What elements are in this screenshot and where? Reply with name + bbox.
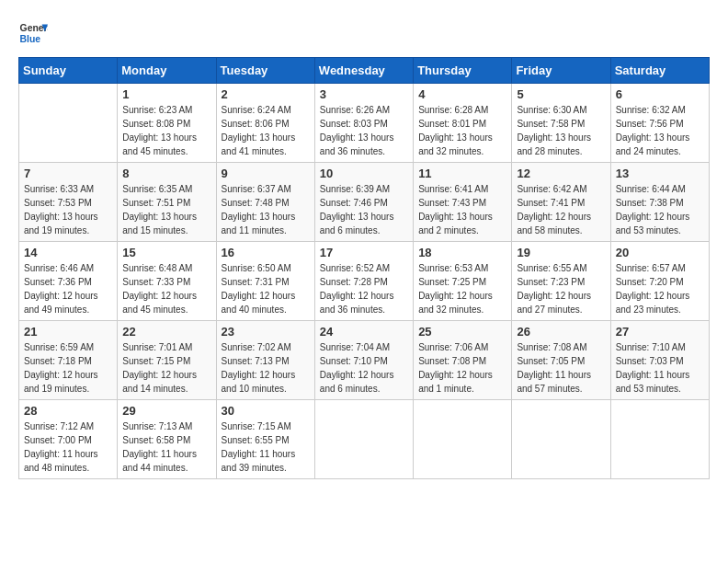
day-number: 8 — [122, 167, 210, 180]
day-header-row: SundayMondayTuesdayWednesdayThursdayFrid… — [19, 58, 710, 84]
day-number: 3 — [320, 87, 408, 101]
day-info: Sunrise: 7:13 AMSunset: 6:58 PMDaylight:… — [122, 419, 210, 475]
day-info: Sunrise: 6:53 AMSunset: 7:25 PMDaylight:… — [418, 261, 506, 316]
day-info: Sunrise: 7:10 AMSunset: 7:03 PMDaylight:… — [616, 340, 704, 396]
calendar-cell: 30Sunrise: 7:15 AMSunset: 6:55 PMDayligh… — [216, 400, 314, 479]
calendar-cell: 12Sunrise: 6:42 AMSunset: 7:41 PMDayligh… — [512, 163, 610, 242]
day-info: Sunrise: 7:01 AMSunset: 7:15 PMDaylight:… — [122, 340, 210, 396]
day-number: 18 — [418, 246, 506, 259]
day-info: Sunrise: 6:48 AMSunset: 7:33 PMDaylight:… — [122, 261, 210, 316]
day-header-friday: Friday — [512, 58, 610, 84]
day-number: 27 — [616, 325, 704, 339]
calendar-cell: 7Sunrise: 6:33 AMSunset: 7:53 PMDaylight… — [19, 163, 118, 242]
day-number: 12 — [517, 167, 605, 180]
day-info: Sunrise: 7:15 AMSunset: 6:55 PMDaylight:… — [222, 419, 310, 475]
calendar-cell: 19Sunrise: 6:55 AMSunset: 7:23 PMDayligh… — [512, 242, 610, 321]
calendar-cell: 25Sunrise: 7:06 AMSunset: 7:08 PMDayligh… — [414, 321, 512, 400]
calendar-cell: 27Sunrise: 7:10 AMSunset: 7:03 PMDayligh… — [610, 321, 709, 400]
day-number: 6 — [616, 87, 704, 101]
day-info: Sunrise: 6:26 AMSunset: 8:03 PMDaylight:… — [320, 103, 408, 158]
calendar-cell: 15Sunrise: 6:48 AMSunset: 7:33 PMDayligh… — [118, 242, 216, 321]
day-info: Sunrise: 6:33 AMSunset: 7:53 PMDaylight:… — [24, 182, 112, 237]
day-info: Sunrise: 6:50 AMSunset: 7:31 PMDaylight:… — [222, 261, 310, 316]
calendar-week-4: 21Sunrise: 6:59 AMSunset: 7:18 PMDayligh… — [19, 321, 710, 400]
calendar-cell: 24Sunrise: 7:04 AMSunset: 7:10 PMDayligh… — [314, 321, 413, 400]
day-number: 4 — [418, 87, 506, 101]
calendar-header: SundayMondayTuesdayWednesdayThursdayFrid… — [19, 58, 710, 84]
day-number: 11 — [418, 167, 506, 180]
day-number: 13 — [616, 167, 704, 180]
day-number: 28 — [24, 404, 112, 418]
day-info: Sunrise: 6:57 AMSunset: 7:20 PMDaylight:… — [616, 261, 704, 316]
calendar-cell: 9Sunrise: 6:37 AMSunset: 7:48 PMDaylight… — [216, 163, 314, 242]
day-number: 9 — [222, 167, 310, 180]
day-number: 14 — [24, 246, 112, 259]
day-number: 25 — [418, 325, 506, 339]
day-number: 10 — [320, 167, 408, 180]
logo: General Blue — [18, 18, 48, 48]
calendar-cell: 28Sunrise: 7:12 AMSunset: 7:00 PMDayligh… — [19, 400, 118, 479]
day-info: Sunrise: 7:08 AMSunset: 7:05 PMDaylight:… — [517, 340, 605, 396]
day-header-monday: Monday — [118, 58, 216, 84]
day-info: Sunrise: 6:52 AMSunset: 7:28 PMDaylight:… — [320, 261, 408, 316]
svg-text:Blue: Blue — [20, 34, 41, 44]
calendar-cell: 17Sunrise: 6:52 AMSunset: 7:28 PMDayligh… — [314, 242, 413, 321]
day-number: 29 — [122, 404, 210, 418]
calendar-week-5: 28Sunrise: 7:12 AMSunset: 7:00 PMDayligh… — [19, 400, 710, 479]
page-header: General Blue — [18, 18, 710, 48]
calendar-cell: 14Sunrise: 6:46 AMSunset: 7:36 PMDayligh… — [19, 242, 118, 321]
calendar-cell: 4Sunrise: 6:28 AMSunset: 8:01 PMDaylight… — [414, 84, 512, 163]
day-info: Sunrise: 6:37 AMSunset: 7:48 PMDaylight:… — [222, 182, 310, 237]
day-info: Sunrise: 6:23 AMSunset: 8:08 PMDaylight:… — [122, 103, 210, 158]
calendar-cell — [314, 400, 413, 479]
day-number: 30 — [222, 404, 310, 418]
calendar-week-1: 1Sunrise: 6:23 AMSunset: 8:08 PMDaylight… — [19, 84, 710, 163]
calendar-cell: 5Sunrise: 6:30 AMSunset: 7:58 PMDaylight… — [512, 84, 610, 163]
day-info: Sunrise: 7:04 AMSunset: 7:10 PMDaylight:… — [320, 340, 408, 396]
calendar-week-3: 14Sunrise: 6:46 AMSunset: 7:36 PMDayligh… — [19, 242, 710, 321]
calendar-cell: 1Sunrise: 6:23 AMSunset: 8:08 PMDaylight… — [118, 84, 216, 163]
day-number: 1 — [122, 87, 210, 101]
day-number: 17 — [320, 246, 408, 259]
day-number: 20 — [616, 246, 704, 259]
calendar-cell: 20Sunrise: 6:57 AMSunset: 7:20 PMDayligh… — [610, 242, 709, 321]
calendar-cell: 3Sunrise: 6:26 AMSunset: 8:03 PMDaylight… — [314, 84, 413, 163]
day-info: Sunrise: 6:46 AMSunset: 7:36 PMDaylight:… — [24, 261, 112, 316]
calendar-cell: 29Sunrise: 7:13 AMSunset: 6:58 PMDayligh… — [118, 400, 216, 479]
day-number: 19 — [517, 246, 605, 259]
calendar-cell: 13Sunrise: 6:44 AMSunset: 7:38 PMDayligh… — [610, 163, 709, 242]
calendar-cell: 21Sunrise: 6:59 AMSunset: 7:18 PMDayligh… — [19, 321, 118, 400]
day-info: Sunrise: 7:12 AMSunset: 7:00 PMDaylight:… — [24, 419, 112, 475]
day-info: Sunrise: 6:42 AMSunset: 7:41 PMDaylight:… — [517, 182, 605, 237]
day-number: 26 — [517, 325, 605, 339]
day-info: Sunrise: 6:39 AMSunset: 7:46 PMDaylight:… — [320, 182, 408, 237]
day-number: 7 — [24, 167, 112, 180]
calendar-cell: 10Sunrise: 6:39 AMSunset: 7:46 PMDayligh… — [314, 163, 413, 242]
day-number: 22 — [122, 325, 210, 339]
calendar-cell: 16Sunrise: 6:50 AMSunset: 7:31 PMDayligh… — [216, 242, 314, 321]
calendar-cell: 26Sunrise: 7:08 AMSunset: 7:05 PMDayligh… — [512, 321, 610, 400]
day-number: 23 — [222, 325, 310, 339]
day-header-saturday: Saturday — [610, 58, 709, 84]
day-info: Sunrise: 6:59 AMSunset: 7:18 PMDaylight:… — [24, 340, 112, 396]
day-number: 16 — [222, 246, 310, 259]
day-info: Sunrise: 6:30 AMSunset: 7:58 PMDaylight:… — [517, 103, 605, 158]
day-info: Sunrise: 6:41 AMSunset: 7:43 PMDaylight:… — [418, 182, 506, 237]
calendar: SundayMondayTuesdayWednesdayThursdayFrid… — [18, 57, 710, 479]
day-info: Sunrise: 6:32 AMSunset: 7:56 PMDaylight:… — [616, 103, 704, 158]
day-info: Sunrise: 6:55 AMSunset: 7:23 PMDaylight:… — [517, 261, 605, 316]
calendar-week-2: 7Sunrise: 6:33 AMSunset: 7:53 PMDaylight… — [19, 163, 710, 242]
day-info: Sunrise: 7:06 AMSunset: 7:08 PMDaylight:… — [418, 340, 506, 396]
calendar-cell: 2Sunrise: 6:24 AMSunset: 8:06 PMDaylight… — [216, 84, 314, 163]
day-info: Sunrise: 6:24 AMSunset: 8:06 PMDaylight:… — [222, 103, 310, 158]
calendar-cell: 8Sunrise: 6:35 AMSunset: 7:51 PMDaylight… — [118, 163, 216, 242]
day-header-tuesday: Tuesday — [216, 58, 314, 84]
day-header-thursday: Thursday — [414, 58, 512, 84]
calendar-cell — [414, 400, 512, 479]
calendar-cell — [19, 84, 118, 163]
day-number: 21 — [24, 325, 112, 339]
logo-icon: General Blue — [18, 18, 48, 48]
day-number: 2 — [222, 87, 310, 101]
day-header-wednesday: Wednesday — [314, 58, 413, 84]
calendar-cell: 23Sunrise: 7:02 AMSunset: 7:13 PMDayligh… — [216, 321, 314, 400]
